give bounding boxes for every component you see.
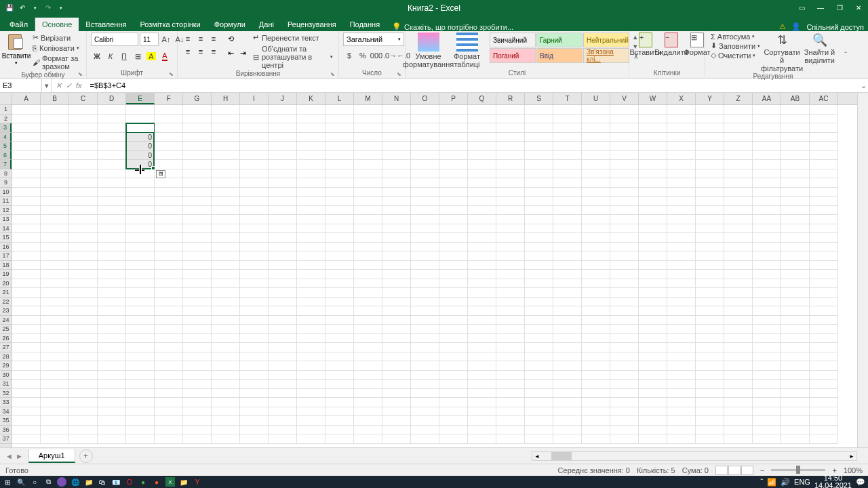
cell-V8[interactable] <box>610 169 639 179</box>
cell-A6[interactable] <box>12 151 41 161</box>
cell-AA10[interactable] <box>753 188 781 197</box>
cell-L34[interactable] <box>326 407 354 417</box>
cell-AC21[interactable] <box>810 288 838 298</box>
cell-S24[interactable] <box>525 316 553 325</box>
cell-T29[interactable] <box>553 361 582 371</box>
cell-R15[interactable] <box>496 233 525 243</box>
cell-N6[interactable] <box>382 151 411 161</box>
cell-X6[interactable] <box>667 151 696 161</box>
cell-E11[interactable] <box>126 197 155 206</box>
cell-G19[interactable] <box>183 270 212 279</box>
cell-T8[interactable] <box>553 169 582 179</box>
cell-U17[interactable] <box>582 251 610 261</box>
cell-P5[interactable] <box>439 142 468 151</box>
horizontal-scrollbar[interactable]: ◄ ► <box>532 451 857 461</box>
cell-Q32[interactable] <box>468 389 496 399</box>
cell-A37[interactable] <box>12 434 41 444</box>
cell-N27[interactable] <box>382 343 411 352</box>
style-input[interactable]: Ввід <box>536 48 583 63</box>
view-layout-icon[interactable] <box>728 466 741 475</box>
undo-dd-icon[interactable]: ▾ <box>30 3 41 14</box>
cell-Q12[interactable] <box>468 206 496 216</box>
cell-H10[interactable] <box>212 188 240 197</box>
cell-M26[interactable] <box>354 334 382 344</box>
cell-C8[interactable] <box>69 169 98 179</box>
cell-T20[interactable] <box>553 279 582 289</box>
col-header-P[interactable]: P <box>439 93 468 104</box>
cell-N30[interactable] <box>382 371 411 380</box>
cell-G31[interactable] <box>183 380 212 389</box>
collapse-ribbon-icon[interactable]: ˆ <box>841 31 850 78</box>
cell-K32[interactable] <box>297 389 326 399</box>
cell-O32[interactable] <box>411 389 439 399</box>
cell-B16[interactable] <box>41 243 69 252</box>
row-header-21[interactable]: 21 <box>0 288 12 298</box>
cell-S16[interactable] <box>525 243 553 252</box>
cell-T23[interactable] <box>553 306 582 316</box>
row-header-6[interactable]: 6 <box>0 151 12 161</box>
cell-L16[interactable] <box>326 243 354 252</box>
cell-G2[interactable] <box>183 115 212 124</box>
cell-X13[interactable] <box>667 215 696 224</box>
explorer-icon[interactable]: 📁 <box>84 477 94 487</box>
cell-N23[interactable] <box>382 306 411 316</box>
cell-R32[interactable] <box>496 389 525 399</box>
cell-U11[interactable] <box>582 197 610 206</box>
cell-AC16[interactable] <box>810 243 838 252</box>
cell-P30[interactable] <box>439 371 468 380</box>
cell-I26[interactable] <box>240 334 269 344</box>
wifi-icon[interactable]: 📶 <box>767 478 776 487</box>
cell-N7[interactable] <box>382 160 411 169</box>
cell-X19[interactable] <box>667 270 696 279</box>
cell-E22[interactable] <box>126 298 155 307</box>
cell-H5[interactable] <box>212 142 240 151</box>
cell-F15[interactable] <box>155 233 183 243</box>
cell-P20[interactable] <box>439 279 468 289</box>
cell-X23[interactable] <box>667 306 696 316</box>
cell-T7[interactable] <box>553 160 582 169</box>
cell-P6[interactable] <box>439 151 468 161</box>
cell-D30[interactable] <box>98 371 126 380</box>
cell-AC20[interactable] <box>810 279 838 289</box>
cell-M31[interactable] <box>354 380 382 389</box>
cell-I23[interactable] <box>240 306 269 316</box>
cell-N9[interactable] <box>382 178 411 188</box>
cell-AA20[interactable] <box>753 279 781 289</box>
cell-E10[interactable] <box>126 188 155 197</box>
cell-Y31[interactable] <box>696 380 724 389</box>
cell-B5[interactable] <box>41 142 69 151</box>
cell-B6[interactable] <box>41 151 69 161</box>
cell-K31[interactable] <box>297 380 326 389</box>
cell-W19[interactable] <box>639 270 667 279</box>
cell-Y33[interactable] <box>696 398 724 407</box>
cell-S33[interactable] <box>525 398 553 407</box>
cell-S32[interactable] <box>525 389 553 399</box>
cell-Z28[interactable] <box>724 352 753 362</box>
cell-I28[interactable] <box>240 352 269 362</box>
cell-B8[interactable] <box>41 169 69 179</box>
cell-V19[interactable] <box>610 270 639 279</box>
find-select-button[interactable]: 🔍 Знайти й виділити <box>802 33 837 64</box>
cell-K12[interactable] <box>297 206 326 216</box>
row-header-24[interactable]: 24 <box>0 316 12 325</box>
cell-D37[interactable] <box>98 434 126 444</box>
col-header-R[interactable]: R <box>496 93 525 104</box>
cell-L7[interactable] <box>326 160 354 169</box>
cell-O15[interactable] <box>411 233 439 243</box>
cell-B1[interactable] <box>41 105 69 115</box>
cell-U20[interactable] <box>582 279 610 289</box>
cell-M16[interactable] <box>354 243 382 252</box>
cell-L9[interactable] <box>326 178 354 188</box>
cell-AC29[interactable] <box>810 361 838 371</box>
cell-N26[interactable] <box>382 334 411 344</box>
cell-AB16[interactable] <box>781 243 810 252</box>
cell-V27[interactable] <box>610 343 639 352</box>
cell-U12[interactable] <box>582 206 610 216</box>
cell-F6[interactable] <box>155 151 183 161</box>
cell-S6[interactable] <box>525 151 553 161</box>
cell-Y1[interactable] <box>696 105 724 115</box>
cell-X8[interactable] <box>667 169 696 179</box>
cell-AC34[interactable] <box>810 407 838 417</box>
cell-X20[interactable] <box>667 279 696 289</box>
cell-I13[interactable] <box>240 215 269 224</box>
